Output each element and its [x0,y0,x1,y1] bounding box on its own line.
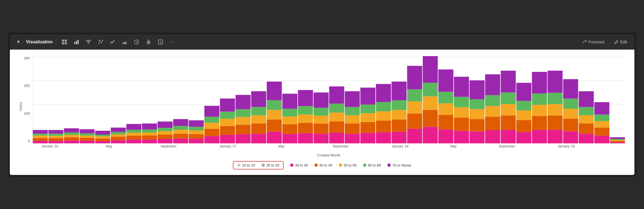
bar-segment[interactable] [64,137,79,140]
bar-segment[interactable] [173,130,188,134]
bar-segment[interactable] [314,134,329,143]
bar-segment[interactable] [501,130,516,143]
bar-segment[interactable] [532,72,547,93]
bar-segment[interactable] [438,103,453,115]
bar-segment[interactable] [438,129,453,143]
bar-segment[interactable] [423,56,438,83]
bar-segment[interactable] [360,104,375,113]
bar-segment[interactable] [251,115,266,123]
bar-segment[interactable] [204,123,219,129]
bar-segment[interactable] [563,98,578,108]
bar-segment[interactable] [64,140,79,143]
bar-segment[interactable] [470,99,485,109]
bar-segment[interactable] [298,90,313,106]
bar-segment[interactable] [33,130,48,134]
bar-segment[interactable] [111,128,126,132]
bar-segment[interactable] [485,95,500,106]
bar-segment[interactable] [360,122,375,133]
bar-segment[interactable] [485,117,500,130]
bar-segment[interactable] [48,136,63,138]
bar-segment[interactable] [142,129,157,132]
bar-segment[interactable] [298,106,313,114]
bar-segment[interactable] [189,127,204,130]
bar-segment[interactable] [64,128,79,132]
bar-segment[interactable] [189,130,204,134]
bar-segment[interactable] [501,104,516,116]
bar-segment[interactable] [142,139,157,143]
bar-segment[interactable] [95,141,110,143]
bar-segment[interactable] [80,141,95,143]
number-button[interactable]: 6 [156,38,165,46]
bar-segment[interactable] [423,96,438,110]
bar-segment[interactable] [251,107,266,115]
bar-segment[interactable] [548,71,563,93]
bar-segment[interactable] [345,123,360,134]
bar-segment[interactable] [111,132,126,134]
bar-segment[interactable] [345,107,360,115]
bar-segment[interactable] [579,107,594,115]
bar-segment[interactable] [329,113,344,122]
bar-segment[interactable] [563,131,578,143]
bar-segment[interactable] [438,69,453,92]
bar-segment[interactable] [282,93,297,108]
bar-segment[interactable] [579,91,594,107]
bar-segment[interactable] [563,119,578,131]
bar-segment[interactable] [454,107,469,117]
bar-segment[interactable] [407,66,422,89]
bar-segment[interactable] [282,124,297,134]
bar-segment[interactable] [33,134,48,135]
bar-segment[interactable] [548,130,563,143]
bar-segment[interactable] [454,131,469,143]
bar-segment[interactable] [173,119,188,126]
bar-segment[interactable] [407,101,422,113]
bar-segment[interactable] [158,131,173,134]
bar-segment[interactable] [158,139,173,143]
bar-segment[interactable] [329,122,344,133]
bar-segment[interactable] [423,110,438,127]
bar-segment[interactable] [391,110,406,120]
bar-segment[interactable] [579,115,594,123]
bar-segment[interactable] [470,80,485,99]
bar-segment[interactable] [314,92,329,108]
bar-segment[interactable] [517,101,532,110]
bar-segment[interactable] [532,130,547,143]
bar-segment[interactable] [95,131,110,134]
collapse-button[interactable]: ▼ [14,38,23,46]
bar-segment[interactable] [376,111,391,120]
bar-segment[interactable] [314,108,329,116]
bar-segment[interactable] [517,132,532,143]
bar-segment[interactable] [298,123,313,133]
bar-segment[interactable] [80,135,95,138]
bar-segment[interactable] [423,83,438,96]
bar-segment[interactable] [236,125,251,134]
bar-segment[interactable] [485,106,500,117]
bar-segment[interactable] [501,92,516,104]
bar-segment[interactable] [251,91,266,107]
bar-segment[interactable] [158,128,173,131]
bar-segment[interactable] [391,119,406,131]
bar-segment[interactable] [267,81,282,100]
bar-segment[interactable] [470,109,485,119]
bar-segment[interactable] [95,136,110,138]
bar-segment[interactable] [360,133,375,143]
bar-segment[interactable] [80,138,95,141]
bar-segment[interactable] [48,138,63,141]
bar-segment[interactable] [391,132,406,143]
bar-segment[interactable] [189,139,204,143]
bar-segment[interactable] [236,134,251,143]
bar-segment[interactable] [594,135,609,143]
area-chart-button[interactable] [120,38,129,46]
line-chart-button[interactable] [108,38,117,46]
bar-segment[interactable] [80,133,95,135]
bar-segment[interactable] [204,106,219,117]
bar-segment[interactable] [267,100,282,110]
bar-segment[interactable] [345,134,360,143]
bar-segment[interactable] [532,105,547,116]
bar-segment[interactable] [95,138,110,141]
bar-segment[interactable] [126,135,141,139]
bar-segment[interactable] [64,135,79,137]
bar-segment[interactable] [329,104,344,113]
bar-segment[interactable] [376,84,391,102]
bar-segment[interactable] [220,111,235,119]
bar-segment[interactable] [189,134,204,139]
